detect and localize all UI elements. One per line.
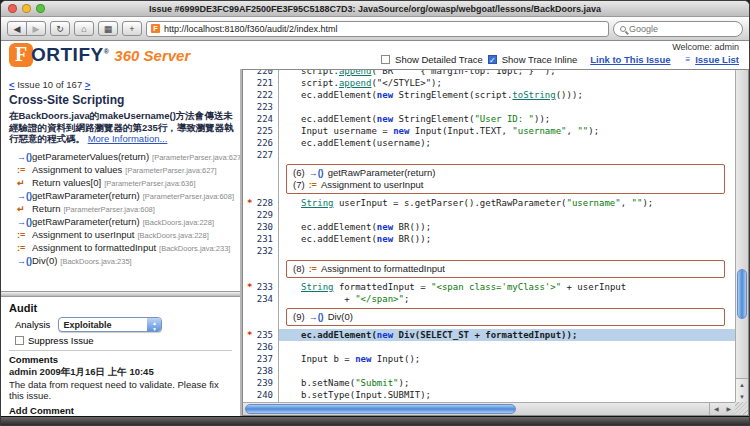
inline-trace-step[interactable]: (6)→()getRawParameter(return) <box>293 167 718 179</box>
code-line[interactable]: 222ec.addElement(new StringElement(scrip… <box>243 89 735 101</box>
show-trace-inline-checkbox[interactable]: ✓ <box>488 55 497 64</box>
code-text <box>279 209 735 221</box>
code-line[interactable]: 225Input username = new Input(Input.TEXT… <box>243 125 735 137</box>
report-button[interactable]: ▦ <box>98 21 118 36</box>
line-number: 225 <box>243 125 279 137</box>
home-button[interactable]: ⌂ <box>74 21 94 36</box>
vertical-scrollbar[interactable]: ▲▼ <box>735 70 748 402</box>
gutter <box>243 305 279 329</box>
address-bar[interactable]: F <box>146 21 609 37</box>
code-line[interactable]: 231ec.addElement(new BR()); <box>243 233 735 245</box>
next-issue-link[interactable]: > <box>85 79 91 90</box>
code-scroll-area[interactable]: 220script.append("BR { margin-top: 10pt;… <box>243 70 735 402</box>
code-line[interactable]: 223 <box>243 101 735 113</box>
trace-step-item[interactable]: →()getRawParameter(return)[ParameterPars… <box>17 191 234 203</box>
home-icon: ⌂ <box>81 24 86 34</box>
line-number: 229 <box>243 209 279 221</box>
code-line[interactable]: 238 <box>243 365 735 377</box>
trace-step-location: [ParameterParser.java:608] <box>64 205 155 216</box>
code-line[interactable]: *228String userInput = s.getParser().get… <box>243 197 735 209</box>
forward-button[interactable]: ▶ <box>26 21 46 36</box>
trace-step-number: (7) <box>293 179 305 191</box>
issue-panel: < Issue 10 of 167 > Cross-Site Scripting… <box>1 69 240 291</box>
code-line[interactable]: 234 + "</span>"; <box>243 293 735 305</box>
window-title: Issue #6999DE3FC99AF2500FE3F95C5188C7D3:… <box>1 4 749 14</box>
vertical-scroll-arrows[interactable]: ▲▼ <box>736 378 748 402</box>
inline-trace-box: (9)→()Div(0) <box>286 308 725 326</box>
analysis-dropdown[interactable]: Exploitable ▲▼ <box>58 317 162 332</box>
assignment-icon: := <box>17 165 32 176</box>
browser-window: Issue #6999DE3FC99AF2500FE3F95C5188C7D3:… <box>0 0 750 426</box>
inline-trace-step[interactable]: (7):=Assignment to userInput <box>293 179 718 191</box>
code-line[interactable]: 224ec.addElement(new StringElement("User… <box>243 113 735 125</box>
code-line[interactable]: 230ec.addElement(new BR()); <box>243 221 735 233</box>
issue-marker-icon: * <box>247 281 252 293</box>
line-number: 224 <box>243 113 279 125</box>
code-text: ec.addElement(new BR()); <box>279 221 735 233</box>
line-number: 238 <box>243 365 279 377</box>
horizontal-scrollbar[interactable]: ◀▶ <box>243 402 735 415</box>
line-number: 223 <box>243 101 279 113</box>
horizontal-scroll-arrows[interactable]: ◀▶ <box>709 403 735 415</box>
code-text: script.append("</STYLE>"); <box>279 77 735 89</box>
code-line[interactable]: 239b.setName("Submit"); <box>243 377 735 389</box>
function-call-icon: →() <box>17 256 32 267</box>
audit-panel: Audit Analysis Exploitable ▲▼ Suppress I… <box>1 297 240 416</box>
trace-step-item[interactable]: :=Assignment to formattedInput[BackDoors… <box>17 243 234 255</box>
trace-step-label: Assignment to values <box>32 165 122 176</box>
trace-step-item[interactable]: →()getRawParameter(return)[BackDoors.jav… <box>17 217 234 229</box>
line-number: *235 <box>243 329 279 341</box>
function-call-icon: →() <box>309 311 324 323</box>
prev-issue-link[interactable]: < <box>9 79 15 90</box>
function-call-icon: →() <box>309 167 324 179</box>
back-button[interactable]: ◀ <box>7 21 27 36</box>
logo-name: ORTIFY® <box>31 44 109 66</box>
trace-step-item[interactable]: :=Assignment to userInput[BackDoors.java… <box>17 230 234 242</box>
issue-marker-icon: * <box>247 329 252 341</box>
code-line[interactable]: 237Input b = new Input(); <box>243 353 735 365</box>
search-field[interactable] <box>613 21 743 37</box>
trace-step-item[interactable]: ↵Return[ParameterParser.java:608] <box>17 204 234 216</box>
code-line[interactable]: 227 <box>243 149 735 161</box>
inline-trace-step[interactable]: (8):=Assignment to formattedInput <box>293 263 718 275</box>
report-icon: ▦ <box>104 24 113 34</box>
issue-pager: < Issue 10 of 167 > <box>9 79 234 90</box>
reload-button[interactable]: ↻ <box>50 21 70 36</box>
code-line[interactable]: 221script.append("</STYLE>"); <box>243 77 735 89</box>
gutter <box>243 257 279 281</box>
function-call-icon: →() <box>17 191 32 202</box>
show-detailed-trace-checkbox[interactable] <box>381 55 390 64</box>
inline-trace-step[interactable]: (9)→()Div(0) <box>293 311 718 323</box>
comment-text: The data from request need to validate. … <box>9 380 232 401</box>
audit-title: Audit <box>9 302 232 314</box>
code-line[interactable]: 226ec.addElement(username); <box>243 137 735 149</box>
line-number: *233 <box>243 281 279 293</box>
horizontal-scroll-thumb[interactable] <box>245 404 516 414</box>
code-line[interactable]: 236 <box>243 341 735 353</box>
trace-step-item[interactable]: ↵Return values[0][ParameterParser.java:6… <box>17 178 234 190</box>
search-input[interactable] <box>629 24 736 34</box>
trace-step-label: Return values[0] <box>32 178 101 189</box>
vertical-scroll-thumb[interactable] <box>737 269 747 319</box>
window-titlebar: Issue #6999DE3FC99AF2500FE3F95C5188C7D3:… <box>1 1 749 17</box>
new-tab-button[interactable]: + <box>122 21 142 36</box>
code-line[interactable]: *235ec.addElement(new Div(SELECT_ST + fo… <box>243 329 735 341</box>
trace-step-item[interactable]: →()Div(0)[BackDoors.java:235] <box>17 256 234 268</box>
show-detailed-trace-label: Show Detailed Trace <box>395 54 483 65</box>
code-line[interactable]: 240b.setType(Input.SUBMIT); <box>243 389 735 401</box>
link-to-this-issue-link[interactable]: Link to This Issue <box>590 54 670 65</box>
trace-step-label: Div(0) <box>328 311 353 323</box>
line-number: 234 <box>243 293 279 305</box>
more-information-link[interactable]: More Information... <box>88 133 168 144</box>
resize-grip[interactable] <box>735 402 748 415</box>
suppress-issue-checkbox[interactable] <box>15 336 24 345</box>
code-line[interactable]: *233String formattedInput = "<span class… <box>243 281 735 293</box>
url-input[interactable] <box>164 24 604 34</box>
code-line[interactable]: 232 <box>243 245 735 257</box>
code-line[interactable]: 229 <box>243 209 735 221</box>
code-text: ec.addElement(new StringElement(script.t… <box>279 89 735 101</box>
trace-step-item[interactable]: :=Assignment to values[ParameterParser.j… <box>17 165 234 177</box>
code-line[interactable]: 220script.append("BR { margin-top: 10pt;… <box>243 70 735 77</box>
trace-step-item[interactable]: →()getParameterValues(return)[ParameterP… <box>17 152 234 164</box>
issue-list-link[interactable]: Issue List <box>695 54 739 65</box>
